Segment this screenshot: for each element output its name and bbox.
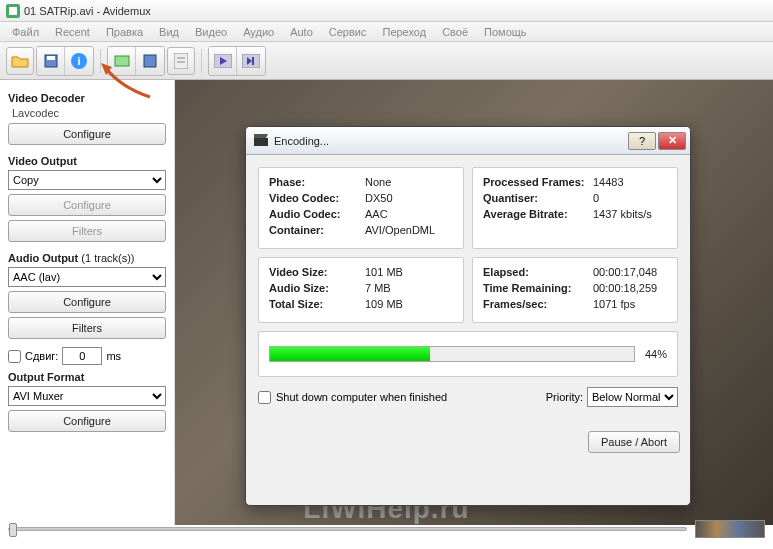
dialog-close-button[interactable]: ✕ [658,132,686,150]
codec-panel: Phase:None Video Codec:DX50 Audio Codec:… [258,167,464,249]
video-decoder-title: Video Decoder [8,92,166,104]
menu-service[interactable]: Сервис [321,26,375,38]
titlebar: 01 SATRip.avi - Avidemux [0,0,773,22]
audio-configure-button[interactable]: Configure [8,291,166,313]
menu-goto[interactable]: Переход [374,26,434,38]
save-info-group: i [36,46,94,76]
shutdown-label: Shut down computer when finished [276,391,447,403]
menubar: Файл Recent Правка Вид Видео Аудио Auto … [0,22,773,42]
toolbar: i [0,42,773,80]
info-button[interactable]: i [65,47,93,75]
svg-rect-7 [144,55,156,67]
menu-help[interactable]: Помощь [476,26,535,38]
audio-filters-button[interactable]: Filters [8,317,166,339]
dialog-help-button[interactable]: ? [628,132,656,150]
shift-input[interactable] [62,347,102,365]
shift-label: Сдвиг: [25,350,58,362]
svg-text:i: i [77,55,80,67]
save-button[interactable] [37,47,65,75]
menu-file[interactable]: Файл [4,26,47,38]
slider-thumb[interactable] [9,523,17,537]
video-decoder-codec: Lavcodec [8,107,166,119]
project-group [107,46,165,76]
progress-fill [270,347,430,361]
output-format-title: Output Format [8,371,166,383]
dialog-titlebar: Encoding... ? ✕ [246,127,690,155]
menu-audio[interactable]: Аудио [235,26,282,38]
save-project-button[interactable] [136,47,164,75]
menu-recent[interactable]: Recent [47,26,98,38]
time-panel: Elapsed:00:00:17,048 Time Remaining:00:0… [472,257,678,323]
open-project-button[interactable] [108,47,136,75]
pause-abort-button[interactable]: Pause / Abort [588,431,680,453]
audio-output-select[interactable]: AAC (lav) [8,267,166,287]
menu-custom[interactable]: Своё [434,26,476,38]
progress-bar [269,346,635,362]
menu-edit[interactable]: Правка [98,26,151,38]
clip-preview-bar [695,520,765,538]
shift-unit: ms [106,350,121,362]
open-button[interactable] [6,47,34,75]
decoder-configure-button[interactable]: Configure [8,123,166,145]
video-output-title: Video Output [8,155,166,167]
app-icon [6,4,20,18]
format-configure-button[interactable]: Configure [8,410,166,432]
shutdown-checkbox[interactable] [258,391,271,404]
encoding-dialog: Encoding... ? ✕ Phase:None Video Codec:D… [245,126,691,506]
clapper-icon [254,134,268,148]
timeline-slider[interactable] [8,527,687,531]
video-configure-button: Configure [8,194,166,216]
menu-view[interactable]: Вид [151,26,187,38]
play-group [208,46,266,76]
toolbar-separator-2 [201,49,202,73]
dialog-title: Encoding... [274,135,628,147]
menu-video[interactable]: Видео [187,26,235,38]
audio-output-title: Audio Output (1 track(s)) [8,252,166,264]
progress-panel: 44% [258,331,678,377]
svg-rect-1 [9,7,17,15]
size-panel: Video Size:101 MB Audio Size:7 MB Total … [258,257,464,323]
play-filtered-button[interactable] [237,47,265,75]
video-filters-button: Filters [8,220,166,242]
priority-select[interactable]: Below Normal [587,387,678,407]
svg-rect-3 [47,56,55,60]
menu-auto[interactable]: Auto [282,26,321,38]
toolbar-separator [100,49,101,73]
video-output-select[interactable]: Copy [8,170,166,190]
progress-percent: 44% [645,348,667,360]
sidebar: Video Decoder Lavcodec Configure Video O… [0,80,175,525]
output-format-select[interactable]: AVI Muxer [8,386,166,406]
frames-panel: Processed Frames:14483 Quantiser:0 Avera… [472,167,678,249]
priority-label: Priority: [546,391,583,403]
svg-rect-8 [174,53,188,69]
window-title: 01 SATRip.avi - Avidemux [24,5,151,17]
play-button[interactable] [209,47,237,75]
svg-rect-13 [254,138,268,146]
calculator-button[interactable] [167,47,195,75]
svg-rect-6 [115,56,129,66]
shift-checkbox[interactable] [8,350,21,363]
